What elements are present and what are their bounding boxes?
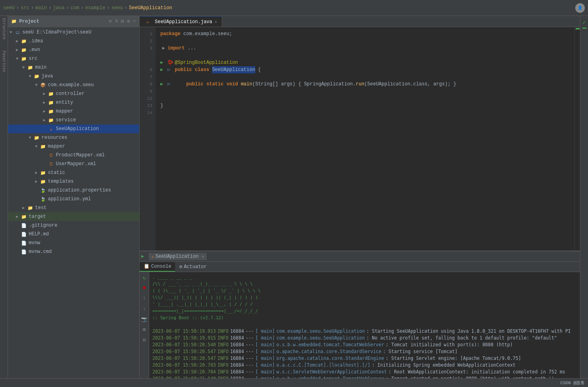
tree-item-gitignore[interactable]: 📄 .gitignore <box>8 221 139 230</box>
tree-item-mvn[interactable]: ▶ 📁 .mvn <box>8 45 139 54</box>
right-side-tools: ✓ <box>580 16 588 378</box>
top-bar: seeU › src › main › java › com › example… <box>0 0 588 16</box>
rerun-btn[interactable]: ↻ <box>140 274 148 282</box>
tree-item-static[interactable]: ▶ 📁 static <box>8 168 139 177</box>
tree-item-product-mapper[interactable]: 🗒 ProductMapper.xml <box>8 151 139 160</box>
project-sort-icon[interactable]: ≡ <box>115 18 118 24</box>
structure-btn[interactable]: Structure <box>1 26 7 32</box>
scroll-end-btn[interactable]: ↓ <box>140 305 148 313</box>
project-settings-icon[interactable]: ⚙ <box>127 18 130 24</box>
log-line-5: 2023-06-07 15:50:20.547 INFO 16884 --- [… <box>152 355 577 362</box>
tree-item-java[interactable]: ▼ 📁 java <box>8 72 139 81</box>
tab-close-icon[interactable]: ✕ <box>215 20 217 24</box>
tab-seeu-application[interactable]: ☕ SeeUApplication.java ✕ <box>140 16 222 27</box>
run-tab-java-icon: ☕ <box>151 254 154 259</box>
tree-item-src[interactable]: ▼ 📁 src <box>8 54 139 63</box>
tree-item-package[interactable]: ▼ 📦 com.example.seeu <box>8 81 139 89</box>
ln-14: 14 <box>147 109 152 116</box>
tree-item-app-yml[interactable]: 🍃 application.yml <box>8 195 139 203</box>
breadcrumb-com[interactable]: com <box>71 5 79 11</box>
tree-item-seeu-class[interactable]: ☕ SeeUApplication <box>8 124 139 133</box>
fold-btn[interactable]: ⊟ <box>140 336 148 344</box>
breadcrumb: seeU › src › main › java › com › example… <box>3 5 172 11</box>
console-subtab-bar: 📋 Console ⚙ Actuator <box>140 262 580 272</box>
tree-item-controller[interactable]: ▶ 📁 controller <box>8 89 139 98</box>
camera-btn[interactable]: 📷 <box>140 315 148 323</box>
tree-item-help[interactable]: 📄 HELP.md <box>8 230 139 239</box>
tree-item-res-mapper[interactable]: ▼ 📁 mapper <box>8 142 139 151</box>
console-icon: 📋 <box>144 263 150 269</box>
console-body: ↻ ■ ↑ ↓ 📷 ⊞ ⊟ . ____ _ __ _ _ /\\ / ___'… <box>140 272 580 378</box>
code-line-14 <box>160 116 570 124</box>
run-tab-seeu[interactable]: ☕ SeeUApplication ✕ <box>149 253 207 260</box>
folder-icon-resources: 📁 <box>34 135 40 140</box>
project-title: Project <box>19 19 39 24</box>
tree-item-root[interactable]: ▼ 🗂 seeU E:\IdeaProject\seeU <box>8 28 139 37</box>
folder-icon-src: 📁 <box>21 56 27 61</box>
project-header: 📁 Project ⊙ ≡ ⊟ ⚙ — <box>8 16 139 27</box>
breadcrumb-main[interactable]: main <box>36 5 47 11</box>
code-line-2 <box>160 38 570 45</box>
file-icon-mvnw: 📄 <box>21 240 27 246</box>
gutter-run-6[interactable]: ▶ <box>160 59 167 66</box>
folder-icon-main: 📁 <box>27 65 34 70</box>
tree-item-resources[interactable]: ▼ 📁 resources <box>8 133 139 142</box>
spring-banner-line2: /\\ / ___'_ __ _ _(_)_ __ __ _ \ \ \ \ <box>152 280 577 287</box>
props-icon-app: 🍃 <box>40 188 46 193</box>
tree-item-idea[interactable]: ▶ 📁 .idea <box>8 37 139 45</box>
tree-item-test[interactable]: ▶ 📁 test <box>8 203 139 212</box>
run-tab-bar: ▶ ☕ SeeUApplication ✕ <box>140 251 580 262</box>
tree-item-mvnw-cmd[interactable]: 📄 mvnw.cmd <box>8 247 139 256</box>
project-scope-icon[interactable]: ⊙ <box>109 18 112 24</box>
subtab-console[interactable]: 📋 Console <box>140 262 175 272</box>
tree-item-mvnw[interactable]: 📄 mvnw <box>8 239 139 247</box>
code-line-11 <box>160 95 570 102</box>
top-bar-right: 👤 <box>575 3 585 13</box>
log-line-4: 2023-06-07 15:50:20.547 INFO 16884 --- [… <box>152 348 577 355</box>
ln-1: 1 <box>150 30 152 38</box>
tree-item-entity[interactable]: ▶ 📁 entity <box>8 98 139 107</box>
breadcrumb-java[interactable]: java <box>53 5 65 11</box>
breadcrumb-class[interactable]: SeeUApplication <box>129 5 172 11</box>
tree-item-service[interactable]: ▶ 📁 service <box>8 116 139 124</box>
tree-item-main[interactable]: ▼ 📁 main <box>8 63 139 72</box>
folder-icon-controller: 📁 <box>48 91 54 97</box>
tree-item-user-mapper[interactable]: 🗒 UserMapper.xml <box>8 160 139 168</box>
tree-item-app-props[interactable]: 🍃 application.properties <box>8 186 139 195</box>
code-line-8 <box>160 73 570 81</box>
stop-btn[interactable]: ■ <box>140 284 148 292</box>
restore-layout-btn[interactable]: ↑ <box>140 294 148 302</box>
tree-item-mapper[interactable]: ▶ 📁 mapper <box>8 107 139 116</box>
avatar[interactable]: 👤 <box>575 3 585 13</box>
props-icon-yml: 🍃 <box>40 196 46 202</box>
log-line-8: 2023-06-07 15:50:21.140 INFO 16884 --- [… <box>152 375 577 378</box>
breadcrumb-seeu[interactable]: seeU <box>3 5 15 11</box>
import-collapse-icon[interactable]: ▶ <box>160 45 167 52</box>
gutter-bean-6[interactable]: 🫘 <box>168 59 174 66</box>
file-icon-gitignore: 📄 <box>21 223 27 228</box>
breadcrumb-seeu2[interactable]: seeu <box>111 5 123 11</box>
breadcrumb-src[interactable]: src <box>21 5 30 11</box>
ln-12: 12 <box>147 95 152 102</box>
favorites-btn[interactable]: Favorites <box>1 58 7 65</box>
log-line-2: 2023-06-07 15:50:19.915 INFO 16884 --- [… <box>152 335 577 342</box>
gutter-class-7: ▷ <box>168 66 174 73</box>
project-collapse-icon[interactable]: ⊟ <box>121 18 124 24</box>
run-tab-close[interactable]: ✕ <box>202 254 204 259</box>
code-content[interactable]: package com.example.seeu; ▶ import ... <box>156 27 574 251</box>
folder-icon: 📁 <box>11 19 17 24</box>
gutter-run-7[interactable]: ▶ <box>160 66 167 73</box>
tree-item-templates[interactable]: ▶ 📁 templates <box>8 177 139 186</box>
folder-icon-static: 📁 <box>40 170 46 176</box>
folder-icon-entity: 📁 <box>48 100 54 105</box>
main-area: Structure Favorites 📁 Project ⊙ ≡ ⊟ ⚙ — … <box>0 16 588 378</box>
breadcrumb-example[interactable]: example <box>85 5 105 11</box>
log-line-1: 2023-06-07 15:50:19.913 INFO 16884 --- [… <box>152 328 577 335</box>
project-close-icon[interactable]: — <box>133 18 136 24</box>
console-content[interactable]: . ____ _ __ _ _ /\\ / ___'_ __ _ _(_)_ _… <box>149 272 580 378</box>
gutter-run-9[interactable]: ▶ <box>160 81 167 88</box>
layout-btn[interactable]: ⊞ <box>140 326 148 334</box>
subtab-actuator[interactable]: ⚙ Actuator <box>175 262 211 272</box>
tree-item-target[interactable]: ▶ 📁 target <box>8 212 139 221</box>
code-line-10 <box>160 88 570 95</box>
